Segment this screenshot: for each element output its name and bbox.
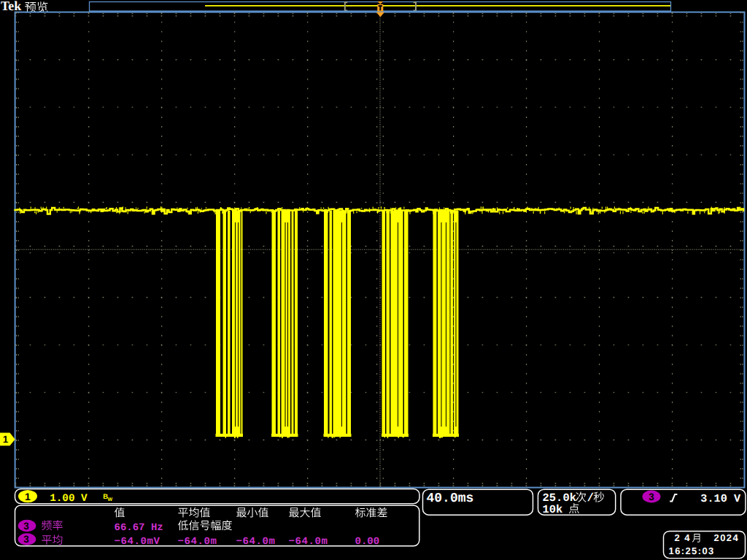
svg-text:2024: 2024 xyxy=(714,532,740,543)
svg-text:W: W xyxy=(108,497,113,502)
svg-text:−64.0m: −64.0m xyxy=(289,536,328,548)
svg-text:2 4: 2 4 xyxy=(675,532,691,543)
svg-text:Tek: Tek xyxy=(1,0,21,13)
svg-text:1: 1 xyxy=(25,491,31,502)
svg-text:3: 3 xyxy=(649,491,654,502)
svg-text:3.10 V: 3.10 V xyxy=(700,492,741,505)
svg-text:−64.0mV: −64.0mV xyxy=(115,536,160,548)
svg-text:0.00: 0.00 xyxy=(355,536,380,548)
svg-text:16:25:03: 16:25:03 xyxy=(669,545,715,556)
svg-text:3: 3 xyxy=(23,521,29,532)
svg-text:10k: 10k xyxy=(543,503,563,516)
svg-text:1.00 V: 1.00 V xyxy=(50,493,88,505)
svg-text:66.67 Hz: 66.67 Hz xyxy=(115,522,163,534)
svg-text:40.0ms: 40.0ms xyxy=(427,491,474,506)
svg-text:−64.0m: −64.0m xyxy=(178,536,217,548)
svg-text:−64.0m: −64.0m xyxy=(236,536,276,548)
svg-text:/: / xyxy=(587,491,594,505)
svg-text:1: 1 xyxy=(3,434,9,445)
svg-text:3: 3 xyxy=(23,534,29,545)
